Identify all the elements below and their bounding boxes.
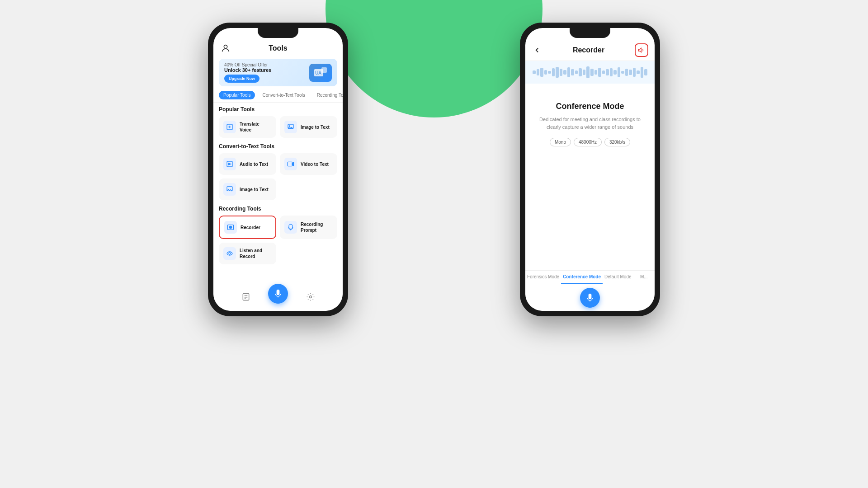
waveform-bar [537, 69, 540, 75]
tool-audio-to-text[interactable]: Audio to Text [219, 153, 276, 175]
phone-1-screen: Tools 40% Off Special Offer Unlock 30+ f… [213, 28, 343, 311]
svg-rect-8 [288, 162, 292, 166]
waveform-bar [625, 69, 628, 76]
recorder-icon [224, 221, 237, 234]
back-button[interactable] [532, 45, 542, 56]
mode-tab-default[interactable]: Default Mode [603, 271, 633, 284]
tool-translate-voice[interactable]: Translate Voice [219, 116, 276, 138]
svg-rect-2 [321, 67, 327, 73]
waveform-bar [544, 70, 547, 75]
recording-tools-grid: Recorder Recording Prompt [219, 216, 337, 239]
svg-point-0 [224, 45, 227, 48]
listen-record-grid: Listen and Record [219, 243, 337, 264]
conf-tag-mono: Mono [550, 138, 571, 146]
waveform-bar [618, 67, 621, 77]
tab-convert-text[interactable]: Convert-to-Text Tools [258, 91, 309, 99]
promo-banner: 40% Off Special Offer Unlock 30+ feature… [219, 59, 337, 86]
image-to-text-label-popular: Image to Text [301, 124, 330, 130]
tools-content: Popular Tools Translate Voice [213, 103, 343, 294]
nav-tools-icon[interactable] [306, 292, 315, 303]
video-to-text-icon [284, 158, 297, 170]
svg-point-20 [309, 296, 311, 298]
svg-rect-15 [243, 293, 249, 300]
tool-image-to-text-convert[interactable]: Image to Text [219, 178, 276, 200]
listen-record-label: Listen and Record [240, 248, 272, 259]
translate-voice-icon [223, 121, 236, 133]
tool-image-to-text-popular[interactable]: Image to Text [280, 116, 337, 138]
waveform-bar [560, 69, 563, 76]
speaker-button[interactable] [635, 43, 648, 57]
conference-mode-desc: Dedicated for meeting and class recordin… [536, 116, 644, 131]
phone-2-content: Recorder [525, 28, 655, 311]
conference-mode-title: Conference Mode [556, 102, 624, 111]
waveform-bar [637, 70, 640, 74]
mic-record-button-2[interactable] [580, 288, 600, 308]
tool-recorder[interactable]: Recorder [219, 216, 276, 239]
waveform-bar [575, 70, 578, 74]
waveform-bar [610, 68, 613, 76]
promo-text-block: 40% Off Special Offer Unlock 30+ feature… [224, 62, 271, 83]
promo-offer-text: 40% Off Special Offer [224, 62, 271, 67]
mode-tab-forensics[interactable]: Forensics Mode [525, 271, 561, 284]
tool-listen-record[interactable]: Listen and Record [219, 243, 276, 264]
mode-tabs: Forensics Mode Conference Mode Default M… [525, 270, 655, 284]
recorder-label: Recorder [241, 225, 260, 230]
conference-main: Conference Mode Dedicated for meeting an… [525, 84, 655, 155]
recording-tools-heading: Recording Tools [219, 206, 337, 212]
popular-tools-grid: Translate Voice Image to Text [219, 116, 337, 138]
audio-to-text-icon [223, 158, 236, 170]
tool-video-to-text[interactable]: Video to Text [280, 153, 337, 175]
conf-tag-bitrate: 320kb/s [604, 138, 630, 146]
user-icon[interactable] [221, 43, 231, 53]
waveform-bar [556, 67, 559, 78]
popular-tools-heading: Popular Tools [219, 106, 337, 113]
phones-container: Tools 40% Off Special Offer Unlock 30+ f… [0, 23, 868, 316]
waveform-bar [602, 70, 605, 74]
waveform-bar [590, 69, 594, 76]
mic-record-button[interactable] [268, 284, 288, 304]
nav-notes-icon[interactable] [241, 292, 250, 303]
waveform-area [525, 61, 655, 84]
svg-point-14 [229, 253, 231, 254]
waveform-bar [633, 68, 636, 77]
upgrade-button[interactable]: Upgrade Now [224, 75, 259, 83]
waveform-bars [533, 66, 647, 79]
phone-1-notch [258, 28, 298, 38]
waveform-bar [594, 70, 598, 75]
convert-tools-grid: Audio to Text Video to Text [219, 153, 337, 200]
waveform-bar [606, 69, 609, 75]
waveform-bar [641, 67, 644, 78]
svg-marker-21 [638, 48, 641, 52]
waveform-bar [563, 70, 566, 75]
tab-popular-tools[interactable]: Popular Tools [219, 91, 255, 99]
waveform-bar [583, 70, 586, 75]
recording-prompt-label: Recording Prompt [301, 221, 333, 233]
image-to-text-icon-convert [223, 183, 236, 196]
phone-2-header: Recorder [525, 41, 655, 61]
waveform-bar [586, 66, 590, 78]
image-to-text-icon-popular [284, 121, 297, 133]
mode-tab-more[interactable]: M... [633, 271, 655, 284]
phone-1-title: Tools [231, 44, 326, 52]
waveform-bar [571, 69, 574, 75]
svg-point-11 [229, 226, 231, 228]
video-to-text-label: Video to Text [301, 161, 329, 167]
waveform-bar [629, 70, 632, 75]
phone-2-notch [570, 28, 610, 38]
phone-1-content: Tools 40% Off Special Offer Unlock 30+ f… [213, 28, 343, 311]
svg-marker-9 [292, 162, 293, 166]
promo-title: Unlock 30+ features [224, 67, 271, 73]
waveform-bar [598, 68, 601, 77]
waveform-bar [621, 71, 624, 74]
image-to-text-label-convert: Image to Text [240, 187, 269, 192]
translate-voice-label: Translate Voice [240, 121, 272, 133]
phone-1-header: Tools [213, 41, 343, 57]
mode-tab-conference[interactable]: Conference Mode [561, 271, 603, 284]
phone-2-screen: Recorder [525, 28, 655, 311]
waveform-bar [540, 68, 543, 77]
promo-icon: UA [309, 64, 332, 82]
audio-to-text-label: Audio to Text [240, 161, 268, 167]
tab-recording-tools[interactable]: Recording To... [312, 91, 343, 99]
tool-recording-prompt[interactable]: Recording Prompt [280, 216, 337, 239]
recording-prompt-icon [284, 221, 297, 234]
